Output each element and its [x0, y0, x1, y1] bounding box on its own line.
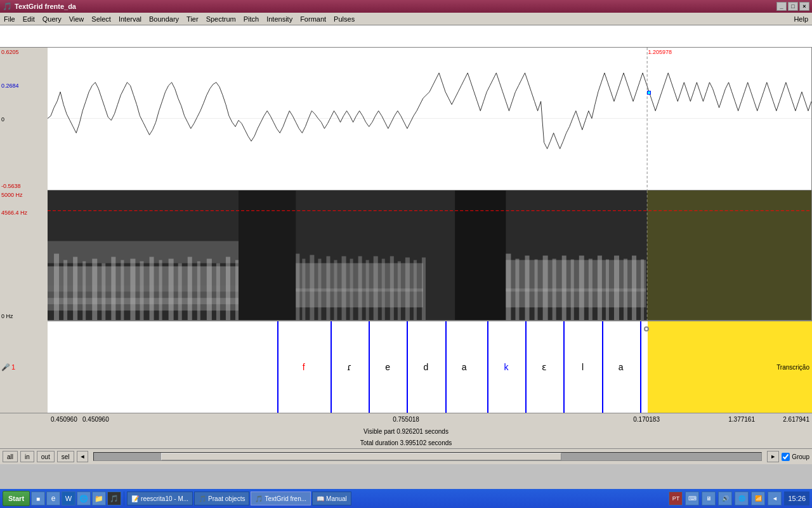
title-bar: 🎵 TextGrid frente_da _ □ ×: [0, 0, 812, 13]
taskbar-reescrita[interactable]: 📝 reescrita10 - M...: [127, 491, 193, 505]
scrollbar-thumb[interactable]: [161, 453, 561, 460]
tier-panel[interactable]: Transcrição f ɾ e d a k ɛ l a: [48, 321, 812, 413]
tray-kbd-icon[interactable]: ⌨: [685, 491, 699, 505]
back-arrow-button[interactable]: ◄: [77, 451, 89, 462]
boundary-9[interactable]: [602, 321, 603, 413]
svg-rect-27: [235, 260, 239, 320]
menu-help[interactable]: Help: [790, 14, 812, 24]
svg-rect-61: [598, 255, 602, 320]
window-controls[interactable]: _ □ ×: [776, 2, 809, 11]
taskbar-manual-icon: 📖: [317, 495, 324, 502]
taskbar-manual-label: Manual: [326, 495, 347, 502]
main-visualization: 0.6205 0.2684 0 -0.5638 5000 Hz 4566.4 H…: [0, 48, 812, 413]
taskbar-praat-icon: 🎵: [199, 495, 206, 502]
phoneme-a1: a: [462, 362, 467, 372]
menu-pitch[interactable]: Pitch: [240, 14, 263, 24]
boundary-7[interactable]: [525, 321, 527, 413]
svg-rect-11: [82, 261, 86, 320]
menu-boundary[interactable]: Boundary: [145, 14, 183, 24]
svg-rect-62: [606, 259, 609, 320]
boundary-5[interactable]: [445, 321, 447, 413]
menu-select[interactable]: Select: [88, 14, 115, 24]
out-button[interactable]: out: [37, 451, 55, 462]
tier-right-label: Transcrição: [776, 364, 809, 371]
taskbar-textgrid-icon: 🎵: [255, 495, 263, 502]
waveform-panel[interactable]: 1.205978: [48, 48, 812, 190]
window-title: TextGrid frente_da: [15, 3, 776, 10]
boundary-10[interactable]: [640, 321, 641, 413]
system-clock[interactable]: 15:26: [784, 491, 809, 505]
fwd-arrow-button[interactable]: ►: [767, 451, 779, 462]
boundary-3[interactable]: [369, 321, 370, 413]
tray-net-icon[interactable]: 🌐: [735, 491, 749, 505]
menu-spectrum[interactable]: Spectrum: [202, 14, 240, 24]
spectrogram-panel[interactable]: [48, 190, 812, 321]
phoneme-r: ɾ: [347, 362, 351, 372]
scrollbar-track[interactable]: [93, 452, 762, 461]
boundary-1[interactable]: [277, 321, 278, 413]
close-button[interactable]: ×: [799, 2, 809, 11]
taskbar-textgrid[interactable]: 🎵 TextGrid fren...: [251, 491, 311, 505]
menu-edit[interactable]: Edit: [19, 14, 39, 24]
all-button[interactable]: all: [3, 451, 18, 462]
taskbar-praat[interactable]: 🎵 Praat objects: [194, 491, 249, 505]
minimize-button[interactable]: _: [776, 2, 787, 11]
maximize-button[interactable]: □: [788, 2, 798, 11]
menu-view[interactable]: View: [65, 14, 88, 24]
taskbar-manual[interactable]: 📖 Manual: [312, 491, 351, 505]
svg-rect-65: [632, 255, 636, 320]
menu-intensity[interactable]: Intensity: [263, 14, 296, 24]
taskbar-icon-word[interactable]: W: [62, 491, 75, 505]
boundary-6[interactable]: [487, 321, 488, 413]
hz-bottom-label: 0 Hz: [1, 313, 13, 319]
tray-vol-icon[interactable]: 🔊: [718, 491, 732, 505]
tray-arrow-icon[interactable]: ◄: [768, 491, 782, 505]
menu-query[interactable]: Query: [39, 14, 65, 24]
taskbar-icon-0[interactable]: ■: [31, 491, 45, 505]
svg-rect-10: [73, 257, 77, 320]
taskbar-icon-browser[interactable]: 🌐: [77, 491, 91, 505]
svg-rect-9: [63, 260, 67, 320]
svg-rect-57: [562, 255, 566, 320]
menu-tier[interactable]: Tier: [183, 14, 202, 24]
taskbar-icon-folder[interactable]: 📁: [92, 491, 106, 505]
svg-rect-41: [374, 256, 378, 320]
svg-rect-59: [579, 255, 584, 320]
menu-file[interactable]: File: [0, 14, 19, 24]
taskbar-icon-ie[interactable]: e: [46, 491, 60, 505]
group-checkbox[interactable]: [782, 453, 790, 461]
svg-rect-0: [48, 48, 811, 190]
menu-formant[interactable]: Formant: [296, 14, 330, 24]
time-labels-row: 0.450960 0.450960 0.755018 0.170183 1.37…: [0, 413, 812, 425]
boundary-8[interactable]: [563, 321, 565, 413]
tray-pt-icon[interactable]: PT: [669, 491, 683, 505]
svg-rect-45: [405, 257, 410, 320]
svg-rect-48: [455, 190, 506, 320]
svg-rect-66: [641, 259, 644, 320]
menu-pulses[interactable]: Pulses: [330, 14, 358, 24]
svg-rect-13: [102, 263, 105, 320]
svg-rect-43: [390, 256, 394, 320]
time-center: 0.755018: [393, 416, 419, 423]
group-label: Group: [792, 453, 809, 460]
in-button[interactable]: in: [20, 451, 34, 462]
tray-monitor-icon[interactable]: 🖥: [702, 491, 716, 505]
visible-duration-row: Visible part 0.926201 seconds: [0, 425, 812, 437]
svg-rect-34: [318, 258, 321, 320]
hz-top-label: 5000 Hz: [1, 192, 23, 198]
sel-button[interactable]: sel: [57, 451, 74, 462]
tier-label-left: 🎤 1: [1, 363, 15, 371]
tier-mic-icon: 🎤: [1, 363, 10, 371]
boundary-2[interactable]: [331, 321, 332, 413]
taskbar-icon-media[interactable]: 🎵: [107, 491, 121, 505]
bottom-controls-bar: all in out sel ◄ ► Group: [0, 448, 812, 464]
start-button[interactable]: Start: [3, 491, 30, 506]
boundary-4[interactable]: [407, 321, 408, 413]
phoneme-a2: a: [619, 362, 624, 372]
taskbar-right: PT ⌨ 🖥 🔊 🌐 📶 ◄ 15:26: [669, 491, 809, 505]
total-duration: Total duration 3.995102 seconds: [360, 439, 452, 446]
tray-wifi-icon[interactable]: 📶: [751, 491, 765, 505]
menu-interval[interactable]: Interval: [115, 14, 145, 24]
y-min-label: -0.5638: [1, 183, 21, 189]
svg-rect-54: [535, 259, 538, 320]
